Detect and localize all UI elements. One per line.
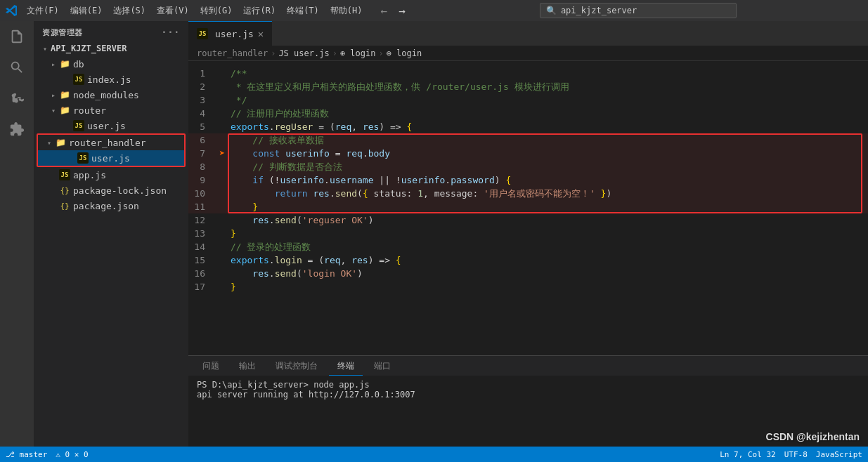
line-content-12: res.send('reguser OK') xyxy=(228,213,868,227)
line-arrow-indicator-7: ➤ xyxy=(216,147,228,160)
router-handler-container: ▾ 📁 router_handler JS user.js xyxy=(37,133,186,167)
search-icon: 🔍 xyxy=(546,6,557,15)
panel-tab-ports[interactable]: 端口 xyxy=(365,357,399,376)
code-line-1: 1 /** xyxy=(188,67,868,80)
line-arrow-15 xyxy=(216,253,228,267)
activity-files[interactable] xyxy=(4,24,30,49)
tree-router-userjs[interactable]: JS user.js xyxy=(34,118,188,133)
activity-extensions[interactable] xyxy=(4,117,30,142)
tree-router[interactable]: ▾ 📁 router xyxy=(34,103,188,118)
file-router-userjs-label: user.js xyxy=(87,121,126,131)
line-content-8: // 判断数据是否合法 xyxy=(228,160,868,173)
line-num-4: 4 xyxy=(188,107,216,120)
tree-pkg[interactable]: {} package.json xyxy=(34,198,188,213)
js-icon: JS xyxy=(73,120,84,131)
search-input-box[interactable]: 🔍 api_kjzt_server xyxy=(540,3,737,18)
watermark: CSDN @kejizhentan xyxy=(766,431,860,442)
tree-pkglock[interactable]: {} package-lock.json xyxy=(34,183,188,198)
line-num-9: 9 xyxy=(188,173,216,187)
menu-goto[interactable]: 转到(G) xyxy=(196,4,237,18)
tree-node-modules[interactable]: ▸ 📁 node_modules xyxy=(34,87,188,103)
menu-run[interactable]: 运行(R) xyxy=(239,4,280,18)
tree-router-handler[interactable]: ▾ 📁 router_handler xyxy=(38,135,184,150)
code-line-14: 14 // 登录的处理函数 xyxy=(188,240,868,253)
tree-project-root[interactable]: ▾ API_KJZT_SERVER xyxy=(34,41,188,56)
line-num-1: 1 xyxy=(188,67,216,80)
line-arrow-13 xyxy=(216,227,228,240)
line-num-17: 17 xyxy=(188,280,216,293)
line-content-10: return res.send({ status: 1, message: '用… xyxy=(228,187,868,200)
menu-help[interactable]: 帮助(H) xyxy=(326,4,367,18)
line-content-3: */ xyxy=(228,93,868,107)
panel-tab-debug[interactable]: 调试控制台 xyxy=(267,357,326,376)
activity-bar xyxy=(0,21,34,447)
line-arrow-10 xyxy=(216,187,228,200)
project-name: API_KJZT_SERVER xyxy=(51,44,127,53)
folder-db-label: db xyxy=(73,59,84,70)
arrow-icon: ▾ xyxy=(39,45,51,53)
panel-tab-terminal[interactable]: 终端 xyxy=(329,357,363,376)
activity-git[interactable] xyxy=(4,86,30,111)
menu-select[interactable]: 选择(S) xyxy=(109,4,150,18)
breadcrumb: router_handler › JS user.js › ⊕ login › … xyxy=(188,46,868,61)
panel-tab-problems[interactable]: 问题 xyxy=(194,357,228,376)
sidebar-icons: ··· xyxy=(161,27,180,38)
sidebar: 资源管理器 ··· ▾ API_KJZT_SERVER ▸ 📁 db JS in… xyxy=(34,21,188,447)
code-line-7: 7 ➤ const userinfo = req.body xyxy=(188,147,868,160)
menu-edit[interactable]: 编辑(E) xyxy=(66,4,107,18)
title-bar-left xyxy=(6,5,17,16)
arrow-icon: ▸ xyxy=(48,91,59,99)
folder-icon: 📁 xyxy=(59,89,70,100)
line-num-15: 15 xyxy=(188,253,216,267)
line-content-17: } xyxy=(228,280,868,293)
code-line-3: 3 */ xyxy=(188,93,868,107)
line-content-11: } xyxy=(228,200,868,213)
menu-terminal[interactable]: 终端(T) xyxy=(283,4,323,18)
line-num-14: 14 xyxy=(188,240,216,253)
code-line-6: 6 // 接收表单数据 xyxy=(188,133,868,147)
code-line-13: 13 } xyxy=(188,227,868,240)
status-bar: ⎇ master ⚠ 0 ✕ 0 Ln 7, Col 32 UTF-8 Java… xyxy=(0,447,868,462)
sidebar-more-icon[interactable]: ··· xyxy=(161,27,180,38)
js-icon: JS xyxy=(77,152,89,164)
activity-search[interactable] xyxy=(4,55,30,80)
line-arrow-6 xyxy=(216,133,228,147)
line-content-16: res.send('login OK') xyxy=(228,267,868,280)
tab-close-button[interactable]: ✕ xyxy=(258,28,264,39)
tree-appjs[interactable]: JS app.js xyxy=(34,167,188,183)
editor-area: JS user.js ✕ router_handler › JS user.js… xyxy=(188,21,868,447)
line-num-5: 5 xyxy=(188,120,216,133)
code-area[interactable]: 1 /** 2 * 在这里定义和用户相关的路由处理函数，供 /router/us… xyxy=(188,61,868,299)
status-right: Ln 7, Col 32 UTF-8 JavaScript xyxy=(720,450,862,459)
panel-tab-output[interactable]: 输出 xyxy=(231,357,264,376)
code-line-10: 10 return res.send({ status: 1, message:… xyxy=(188,187,868,200)
code-line-17: 17 } xyxy=(188,280,868,293)
json-icon: {} xyxy=(59,200,70,211)
line-content-2: * 在这里定义和用户相关的路由处理函数，供 /router/user.js 模块… xyxy=(228,80,868,93)
panel-tabs: 问题 输出 调试控制台 终端 端口 xyxy=(188,356,868,376)
arrow-icon: ▾ xyxy=(44,139,55,147)
menu-file[interactable]: 文件(F) xyxy=(22,4,63,18)
code-line-9: 9 if (!userinfo.username || !userinfo.pa… xyxy=(188,173,868,187)
line-content-6: // 接收表单数据 xyxy=(228,133,868,147)
line-arrow-2 xyxy=(216,80,228,93)
file-pkg-label: package.json xyxy=(73,201,139,211)
tree-index-js[interactable]: JS index.js xyxy=(34,72,188,87)
code-line-11: 11 } xyxy=(188,200,868,213)
tree-db[interactable]: ▸ 📁 db xyxy=(34,56,188,72)
breadcrumb-userjs: JS user.js xyxy=(278,48,329,58)
line-arrow-12 xyxy=(216,213,228,227)
line-content-13: } xyxy=(228,227,868,240)
line-arrow-9 xyxy=(216,173,228,187)
folder-icon: 📁 xyxy=(59,105,70,116)
line-content-1: /** xyxy=(228,67,868,80)
menu-view[interactable]: 查看(V) xyxy=(153,4,193,18)
line-num-6: 6 xyxy=(188,133,216,147)
code-line-5: 5 exports.regUser = (req, res) => { xyxy=(188,120,868,133)
menu-bar: 文件(F) 编辑(E) 选择(S) 查看(V) 转到(G) 运行(R) 终端(T… xyxy=(22,4,367,18)
file-index-js-label: index.js xyxy=(87,74,131,85)
tab-userjs[interactable]: JS user.js ✕ xyxy=(188,21,272,46)
forward-button[interactable]: → xyxy=(396,3,408,19)
back-button[interactable]: ← xyxy=(378,3,391,19)
tree-routerhandler-userjs[interactable]: JS user.js xyxy=(38,150,184,166)
